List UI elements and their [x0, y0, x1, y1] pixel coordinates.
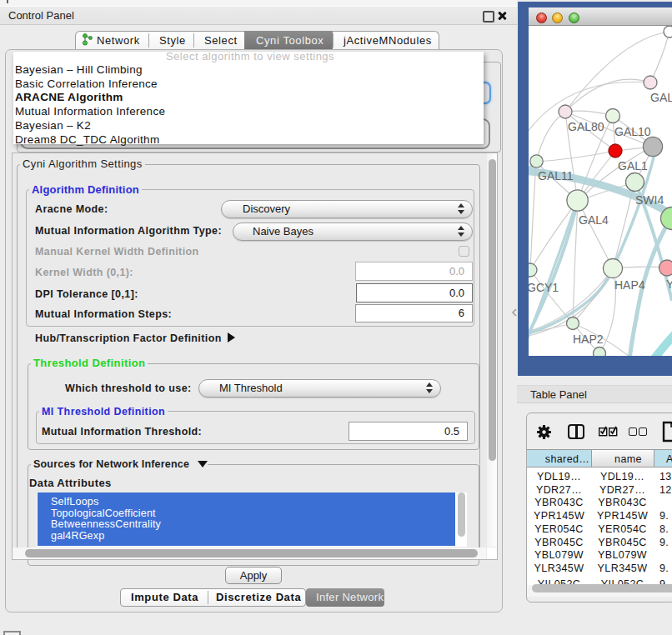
svg-text:GAL80: GAL80	[568, 120, 604, 133]
svg-text:HAP4: HAP4	[614, 278, 645, 292]
svg-text:GAL10: GAL10	[614, 125, 651, 138]
svg-text:GAL4: GAL4	[579, 213, 609, 227]
svg-text:GAL11: GAL11	[538, 169, 574, 182]
svg-text:SWI4: SWI4	[635, 193, 664, 207]
svg-text:GAL7: GAL7	[650, 91, 672, 104]
svg-text:GAL1: GAL1	[618, 159, 648, 172]
svg-text:HAP2: HAP2	[573, 332, 604, 346]
svg-text:GCY1: GCY1	[529, 281, 559, 294]
svg-text:Y: Y	[666, 278, 672, 291]
